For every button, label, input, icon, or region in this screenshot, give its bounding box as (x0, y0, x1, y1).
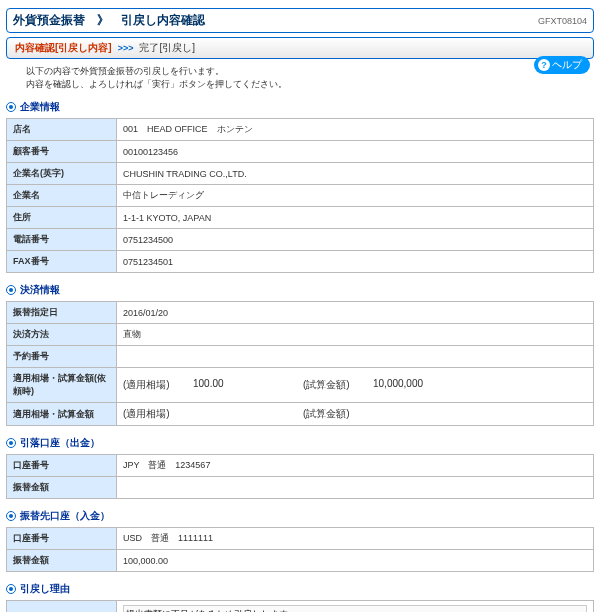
reason-comment-cell (117, 601, 594, 612)
row-value: 001 HEAD OFFICE ホンテン (117, 119, 594, 141)
lead-text: 以下の内容で外貨預金振替の引戻しを行います。 内容を確認し、よろしければ「実行」… (26, 65, 594, 90)
row-value: 0751234501 (117, 251, 594, 273)
reason-table: コメント (6, 600, 594, 612)
row-value (117, 346, 594, 368)
table-row: 店名001 HEAD OFFICE ホンテン (7, 119, 594, 141)
row-value: 0751234500 (117, 229, 594, 251)
help-button[interactable]: ? ヘルプ (534, 56, 590, 74)
row-value: 中信トレーディング (117, 185, 594, 207)
page-title-bar: 外貨預金振替 》 引戻し内容確認 GFXT08104 (6, 8, 594, 33)
table-row: 口座番号JPY 普通 1234567 (7, 455, 594, 477)
row-value: CHUSHIN TRADING CO.,LTD. (117, 163, 594, 185)
row-label: 適用相場・試算金額 (7, 403, 117, 426)
row-value: 2016/01/20 (117, 302, 594, 324)
row-value: 00100123456 (117, 141, 594, 163)
table-row: 振替金額 (7, 477, 594, 499)
company-table: 店名001 HEAD OFFICE ホンテン顧客番号00100123456企業名… (6, 118, 594, 273)
table-row: 顧客番号00100123456 (7, 141, 594, 163)
row-label: 口座番号 (7, 528, 117, 550)
breadcrumb: 内容確認[引戻し内容] >>> 完了[引戻し] (6, 37, 594, 59)
row-value: 1-1-1 KYOTO, JAPAN (117, 207, 594, 229)
reason-comment-label: コメント (7, 601, 117, 612)
section-icon (6, 584, 16, 594)
row-value: (適用相場)100.00(試算金額)10,000,000 (117, 368, 594, 403)
settlement-table: 振替指定日2016/01/20決済方法直物予約番号適用相場・試算金額(依頼時)(… (6, 301, 594, 426)
row-label: 顧客番号 (7, 141, 117, 163)
section-icon (6, 285, 16, 295)
row-label: 企業名(英字) (7, 163, 117, 185)
breadcrumb-next: 完了[引戻し] (139, 41, 195, 55)
row-value: USD 普通 1111111 (117, 528, 594, 550)
credit-table: 口座番号USD 普通 1111111振替金額100,000.00 (6, 527, 594, 572)
table-row: FAX番号0751234501 (7, 251, 594, 273)
row-value: 100,000.00 (117, 550, 594, 572)
section-title-debit: 引落口座（出金） (6, 436, 594, 450)
section-icon (6, 438, 16, 448)
section-icon (6, 102, 16, 112)
table-row: 企業名(英字)CHUSHIN TRADING CO.,LTD. (7, 163, 594, 185)
screen-code: GFXT08104 (538, 16, 587, 26)
table-row: 振替金額100,000.00 (7, 550, 594, 572)
table-row: 口座番号USD 普通 1111111 (7, 528, 594, 550)
table-row: 企業名中信トレーディング (7, 185, 594, 207)
row-label: 企業名 (7, 185, 117, 207)
row-label: 振替金額 (7, 477, 117, 499)
breadcrumb-arrow-icon: >>> (118, 43, 134, 53)
section-icon (6, 511, 16, 521)
table-row: 適用相場・試算金額(適用相場)(試算金額) (7, 403, 594, 426)
section-title-credit: 振替先口座（入金） (6, 509, 594, 523)
debit-table: 口座番号JPY 普通 1234567振替金額 (6, 454, 594, 499)
row-label: 電話番号 (7, 229, 117, 251)
table-row: 振替指定日2016/01/20 (7, 302, 594, 324)
row-value: (適用相場)(試算金額) (117, 403, 594, 426)
row-label: FAX番号 (7, 251, 117, 273)
row-label: 決済方法 (7, 324, 117, 346)
table-row: 決済方法直物 (7, 324, 594, 346)
row-label: 口座番号 (7, 455, 117, 477)
table-row: 電話番号0751234500 (7, 229, 594, 251)
breadcrumb-current: 内容確認[引戻し内容] (15, 41, 112, 55)
row-label: 予約番号 (7, 346, 117, 368)
help-icon: ? (538, 59, 550, 71)
section-title-reason: 引戻し理由 (6, 582, 594, 596)
section-title-company: 企業情報 (6, 100, 594, 114)
table-row: 予約番号 (7, 346, 594, 368)
row-label: 適用相場・試算金額(依頼時) (7, 368, 117, 403)
row-label: 住所 (7, 207, 117, 229)
table-row: 住所1-1-1 KYOTO, JAPAN (7, 207, 594, 229)
section-title-settlement: 決済情報 (6, 283, 594, 297)
page-title: 外貨預金振替 》 引戻し内容確認 (13, 12, 205, 29)
table-row: 適用相場・試算金額(依頼時)(適用相場)100.00(試算金額)10,000,0… (7, 368, 594, 403)
row-value: JPY 普通 1234567 (117, 455, 594, 477)
help-label: ヘルプ (552, 58, 582, 72)
reason-comment-input[interactable] (123, 605, 587, 612)
row-value: 直物 (117, 324, 594, 346)
row-label: 振替金額 (7, 550, 117, 572)
row-label: 振替指定日 (7, 302, 117, 324)
row-value (117, 477, 594, 499)
row-label: 店名 (7, 119, 117, 141)
